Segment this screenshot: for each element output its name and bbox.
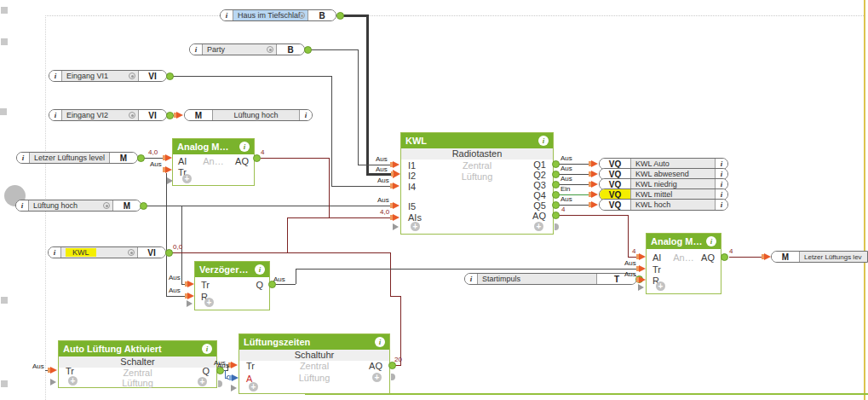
wire-value: Aus [624,270,636,278]
output-dot[interactable] [166,72,174,80]
output-dot[interactable] [336,12,344,20]
block-handle-icon[interactable] [393,223,399,230]
wire [168,76,332,77]
block-header: Analog M… [647,234,721,249]
wire-value: Aus [560,154,572,162]
io-label: Q [202,366,210,376]
block-handle-icon[interactable] [231,385,237,391]
wire-value: Aus [169,274,181,281]
page-border-top [45,15,865,16]
add-input-icon[interactable] [411,222,420,231]
block-handle-icon[interactable] [638,284,644,291]
connector-label: Party [202,44,277,55]
connector-letzer-lueftungs-level[interactable]: Letzer Lüftungs level M [16,152,138,164]
input-arrow [591,181,598,188]
sink-vq-kwl-hoch[interactable]: VQ KWL hoch [599,199,728,211]
info-icon[interactable] [49,71,61,81]
info-icon[interactable] [300,110,312,120]
output-dot[interactable] [137,154,145,162]
margin-marker [0,108,7,115]
info-icon[interactable] [239,142,250,152]
add-input-icon[interactable] [656,281,665,291]
output-dot[interactable] [140,202,147,210]
output-dot[interactable] [304,46,312,54]
wire [366,173,393,176]
block-analog-memory-left[interactable]: Analog M… AI An… AQ Tr [172,138,255,186]
info-icon[interactable] [538,136,549,146]
block-analog-memory-right[interactable]: Analog M… AI An… AQ Tr R [646,233,721,294]
wire-value: 20 [394,356,402,363]
block-subtitle: Zentral [239,361,389,372]
block-lueftungszeiten[interactable]: Lüftungszeiten Schaltuhr Tr Zentral AQ A… [239,333,390,394]
info-icon[interactable] [221,10,233,20]
io-label: Q1 [533,159,546,170]
io-label: I4 [408,182,416,192]
wire [395,365,401,366]
margin-marker [1,297,8,304]
block-verzoegerung[interactable]: Verzöger… Tr Q R [194,261,270,310]
block-band: Schalter [59,357,216,368]
output-dot[interactable] [552,191,560,199]
info-icon[interactable] [716,200,727,210]
wire [390,296,400,297]
io-label: I5 [408,201,416,212]
wire [225,370,226,378]
output-dot[interactable] [721,253,728,261]
connector-type: B [308,10,336,20]
add-output-icon[interactable] [198,377,207,386]
connector-eingang-vi1[interactable]: Eingang VI1 VI [49,70,167,82]
info-icon[interactable] [16,200,28,211]
add-input-icon[interactable] [204,298,214,307]
wire-value: Aus [169,287,181,294]
sink-type: VQ [600,200,631,210]
block-handle-icon[interactable] [167,177,173,184]
output-dot[interactable] [166,112,174,119]
target-icon[interactable] [103,202,110,209]
connector-eingang-vi2[interactable]: Eingang VI2 VI [49,109,167,121]
target-icon[interactable] [129,112,135,119]
connector-lueftung-hoch[interactable]: Lüftung hoch M [15,200,141,212]
memory-sink-lueftung-hoch[interactable]: M Lüftung hoch [184,109,313,121]
target-icon[interactable] [267,46,273,53]
info-icon[interactable] [375,337,385,347]
info-icon[interactable] [49,247,60,258]
block-header: Analog M… [173,139,254,154]
memory-sink-letzer-lueftungs-level[interactable]: M Letzer Lüftungs lev [771,251,868,263]
info-icon[interactable] [190,44,202,55]
block-handle-icon[interactable] [187,300,193,307]
info-icon[interactable] [706,236,716,246]
info-icon[interactable] [465,274,477,284]
target-icon[interactable] [128,249,135,256]
connector-startimpuls[interactable]: Startimpuls T [464,273,637,285]
output-dot[interactable] [552,201,560,209]
connector-haus-im-tiefschlaf[interactable]: Haus im Tiefschlaf B [220,9,336,21]
target-icon[interactable] [129,72,135,79]
wire-value: Aus [377,196,389,204]
add-output-icon[interactable] [534,222,543,231]
target-icon[interactable] [298,12,305,19]
add-input-icon[interactable] [68,376,78,386]
wire-value: Aus [32,362,44,370]
block-kwl-radiotasten[interactable]: KWL Radiotasten Zentral Lüftung I1 I2 I4… [400,132,554,235]
output-dot[interactable] [165,249,173,257]
output-dot[interactable] [253,154,261,162]
block-auto-lueftung-aktiviert[interactable]: Auto Lüftung Aktiviert Schalter Tr Zentr… [58,340,217,388]
wire-value: Aus [560,165,572,172]
connector-party[interactable]: Party B [189,43,305,55]
add-input-icon[interactable] [182,174,192,183]
info-icon[interactable] [255,264,265,275]
info-icon[interactable] [202,344,212,354]
add-input-icon[interactable] [249,382,258,391]
output-dot[interactable] [552,181,560,188]
info-icon[interactable] [17,153,29,163]
output-dot[interactable] [552,212,560,219]
wire-value: 4 [729,247,733,255]
wire [358,49,359,165]
output-dot[interactable] [552,160,560,168]
output-dot[interactable] [552,171,560,178]
add-output-icon[interactable] [372,373,382,382]
block-handle-icon[interactable] [50,379,56,386]
info-icon[interactable] [49,110,61,120]
io-label: Q4 [533,190,546,200]
connector-kwl[interactable]: KWL VI [48,246,166,258]
